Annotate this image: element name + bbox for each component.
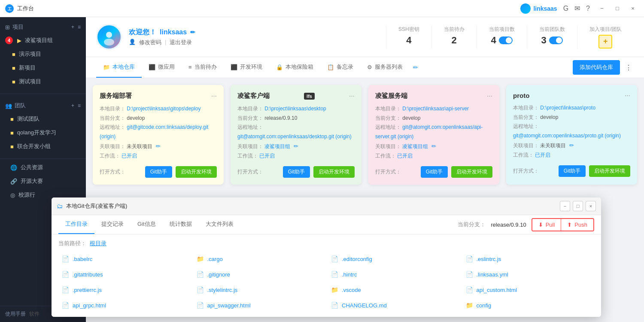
dialog-maximize-btn[interactable]: □ (573, 201, 583, 211)
git-helper-btn-api[interactable]: Git助手 (421, 166, 448, 178)
menu-team-icon[interactable]: ≡ (78, 103, 81, 109)
file-item[interactable]: 📄CHANGELOG.md (328, 299, 460, 312)
file-item[interactable]: 📄.babelrc (58, 252, 191, 265)
stat-projects-value: 4 (489, 35, 515, 46)
sidebar-item-opensource[interactable]: 🔗 开源大赛 (0, 174, 86, 188)
card-more-server[interactable]: ⋯ (211, 93, 217, 99)
tab-dev-env[interactable]: ⬛ 开发环境 (224, 57, 269, 78)
minimize-button[interactable]: − (596, 3, 608, 15)
push-button[interactable]: ⬆ Push (561, 219, 593, 231)
file-item[interactable]: 📄.gitattributes (58, 268, 191, 281)
dialog-tab-git-info[interactable]: Git信息 (131, 215, 163, 234)
local-path-link-api[interactable]: D:\project\linksaas\api-server (402, 106, 469, 112)
edit-project-client[interactable]: ✏ (294, 143, 298, 149)
dev-env-btn-proto[interactable]: 启动开发环境 (589, 165, 630, 177)
file-item[interactable]: 📄.prettierrc.js (58, 283, 191, 296)
help-icon[interactable]: ? (586, 5, 590, 12)
add-team-icon[interactable]: + (71, 103, 74, 109)
change-password-link[interactable]: 修改密码 (139, 39, 161, 46)
folder-icon-joint: ■ (10, 143, 14, 150)
file-item[interactable]: 📁.vscode (328, 283, 460, 296)
file-item[interactable]: 📁.cargo (193, 252, 325, 265)
logout-link[interactable]: 退出登录 (170, 39, 192, 46)
file-item[interactable]: 📄.stylelintrc.js (193, 283, 325, 296)
pull-button[interactable]: ⬇ Pull (532, 219, 562, 231)
edit-tab-icon[interactable]: ✏ (413, 64, 418, 71)
file-item[interactable]: 📄.gitignore (193, 268, 325, 281)
dialog-tab-stats[interactable]: 统计数据 (163, 215, 199, 234)
teams-toggle[interactable] (549, 36, 563, 44)
group-label: 凌鲨项目组 (25, 36, 53, 44)
git-helper-btn-server[interactable]: Git助手 (145, 166, 172, 178)
card-more-api[interactable]: ⋯ (487, 93, 492, 99)
topbar: 欢迎您！ linksaas ✏ 👤 修改密码 | 退出登录 SSH密钥 4 当前… (86, 17, 644, 57)
edit-project-proto[interactable]: ✏ (569, 142, 574, 149)
git-helper-btn-client[interactable]: Git助手 (283, 166, 310, 178)
sidebar-item-qolang[interactable]: ■ qolang开发学习 (0, 126, 86, 140)
chrome-icon[interactable]: G (563, 5, 568, 12)
dev-env-btn-client[interactable]: 启动开发环境 (313, 166, 355, 178)
sidebar-item-test-project[interactable]: ■ 测试项目 (0, 75, 86, 88)
tab-local-repo[interactable]: 📁 本地仓库 (96, 57, 142, 78)
projects-toggle[interactable] (499, 36, 513, 44)
file-icon: 📄 (466, 286, 473, 293)
dialog-tab-commits[interactable]: 提交记录 (94, 215, 131, 234)
file-item[interactable]: 📄api_swagger.html (193, 299, 325, 312)
tab-notes[interactable]: 📋 备忘录 (320, 57, 360, 78)
dialog-tab-lfs-files[interactable]: 大文件列表 (199, 215, 240, 234)
folder-icon: 📁 (331, 286, 338, 293)
add-project-icon[interactable]: + (71, 24, 74, 30)
tab-local-safe[interactable]: 🔒 本地保险箱 (269, 57, 320, 78)
dialog-close-btn[interactable]: × (586, 201, 596, 211)
local-path-link-proto[interactable]: D:\project\linksaas\proto (540, 105, 595, 111)
edit-username-icon[interactable]: ✏ (190, 29, 195, 36)
card-more-proto[interactable]: ⋯ (625, 92, 630, 99)
file-item[interactable]: 📁config (462, 299, 595, 312)
file-item[interactable]: 📄api_grpc.html (58, 299, 191, 312)
dev-env-btn-api[interactable]: 启动开发环境 (451, 166, 492, 178)
card-local-path-client: 本地目录： D:\project\linksaas\desktop (237, 104, 355, 114)
add-join-button[interactable]: + (598, 35, 612, 49)
sidebar-item-lingsha-group[interactable]: 4 ▶ 凌鲨项目组 (0, 33, 86, 47)
maximize-button[interactable]: □ (611, 3, 623, 15)
close-button[interactable]: × (627, 3, 639, 15)
menu-project-icon[interactable]: ≡ (78, 24, 81, 30)
dev-env-btn-server[interactable]: 启动开发环境 (176, 166, 217, 178)
file-item[interactable]: 📄.eslintrc.js (462, 252, 595, 265)
add-repo-button[interactable]: 添加代码仓库 (573, 60, 620, 75)
tab-micro-app[interactable]: ⬛ 微应用 (142, 57, 182, 78)
local-path-link-client[interactable]: D:\project\linksaas\desktop (264, 106, 326, 112)
edit-project-server[interactable]: ✏ (156, 143, 161, 149)
mail-icon[interactable]: ✉ (574, 4, 580, 12)
tab-todo[interactable]: ≡ 当前待办 (182, 57, 224, 78)
dialog-minimize-btn[interactable]: − (560, 201, 570, 211)
card-remote-server: 远程地址： git@gitcode.com:linksaas/deploy.gi… (100, 123, 217, 141)
tab-server-list[interactable]: ⚙ 服务器列表 (360, 57, 410, 78)
sidebar-item-joint-dev[interactable]: ■ 联合开发小组 (0, 140, 86, 153)
repo-grid: 服务端部署 ⋯ 本地目录： D:\project\linksaas\gitops… (86, 78, 644, 191)
teams-header[interactable]: 👥 团队 + ≡ (0, 99, 86, 112)
edit-project-api[interactable]: ✏ (431, 143, 436, 149)
git-helper-btn-proto[interactable]: Git助手 (559, 165, 586, 177)
projects-header[interactable]: ⊞ 项目 + ≡ (0, 21, 86, 33)
sidebar-item-new-project[interactable]: ■ 新项目 (0, 61, 86, 75)
manual-link[interactable]: 使用手册 (5, 310, 26, 318)
card-more-client[interactable]: ⋯ (349, 93, 355, 99)
file-item[interactable]: 📄.hintrc (328, 268, 460, 281)
card-remote-api: 远程地址： git@atomgit.com:openlinksaas/api-s… (375, 123, 492, 141)
dialog-tab-workdir[interactable]: 工作目录 (58, 215, 94, 234)
dialog-content: 当前路径： 根目录 📄.babelrc📁.cargo📄.editorconfig… (52, 234, 601, 317)
card-branch-server: 当前分支： develop (100, 114, 217, 123)
file-icon: 📄 (62, 255, 69, 262)
local-path-link-server[interactable]: D:\project\linksaas\gitops\deploy (127, 106, 200, 112)
sidebar-item-demo-project[interactable]: ■ 演示项目 (0, 47, 86, 61)
file-item[interactable]: 📄.linksaas.yml (462, 268, 595, 281)
dev-env-icon: ⬛ (231, 64, 237, 70)
file-item[interactable]: 📄.editorconfig (328, 252, 460, 265)
file-item[interactable]: 📄api_custom.html (462, 283, 595, 296)
sidebar-item-public-resources[interactable]: 🌐 公共资源 (0, 161, 86, 174)
path-root-link[interactable]: 根目录 (90, 240, 106, 247)
stat-todo-label: 当前待办 (444, 26, 465, 33)
sidebar-item-test-team[interactable]: ■ 测试团队 (0, 112, 86, 126)
more-options-icon[interactable]: ⋮ (623, 62, 634, 73)
